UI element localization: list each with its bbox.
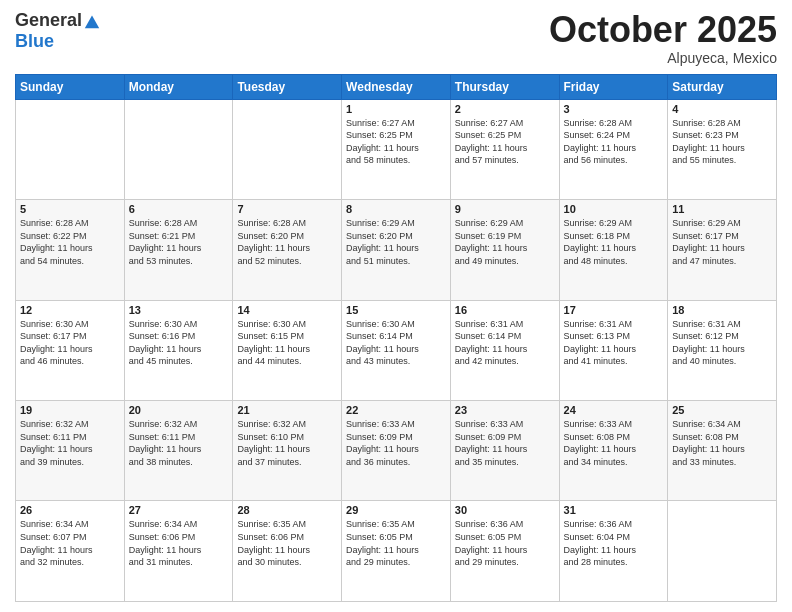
title-block: October 2025 Alpuyeca, Mexico <box>549 10 777 66</box>
location: Alpuyeca, Mexico <box>549 50 777 66</box>
month-title: October 2025 <box>549 10 777 50</box>
calendar-cell: 30Sunrise: 6:36 AMSunset: 6:05 PMDayligh… <box>450 501 559 602</box>
day-info: Sunrise: 6:32 AMSunset: 6:11 PMDaylight:… <box>129 418 229 468</box>
day-info: Sunrise: 6:33 AMSunset: 6:09 PMDaylight:… <box>455 418 555 468</box>
calendar-cell: 31Sunrise: 6:36 AMSunset: 6:04 PMDayligh… <box>559 501 668 602</box>
day-info: Sunrise: 6:33 AMSunset: 6:08 PMDaylight:… <box>564 418 664 468</box>
day-number: 31 <box>564 504 664 516</box>
day-number: 16 <box>455 304 555 316</box>
calendar-cell: 13Sunrise: 6:30 AMSunset: 6:16 PMDayligh… <box>124 300 233 400</box>
day-number: 5 <box>20 203 120 215</box>
header: General Blue October 2025 Alpuyeca, Mexi… <box>15 10 777 66</box>
day-info: Sunrise: 6:32 AMSunset: 6:11 PMDaylight:… <box>20 418 120 468</box>
calendar-cell: 8Sunrise: 6:29 AMSunset: 6:20 PMDaylight… <box>342 200 451 300</box>
day-number: 29 <box>346 504 446 516</box>
calendar-cell: 5Sunrise: 6:28 AMSunset: 6:22 PMDaylight… <box>16 200 125 300</box>
day-info: Sunrise: 6:34 AMSunset: 6:08 PMDaylight:… <box>672 418 772 468</box>
day-info: Sunrise: 6:27 AMSunset: 6:25 PMDaylight:… <box>346 117 446 167</box>
calendar-cell: 12Sunrise: 6:30 AMSunset: 6:17 PMDayligh… <box>16 300 125 400</box>
calendar-cell: 20Sunrise: 6:32 AMSunset: 6:11 PMDayligh… <box>124 401 233 501</box>
day-number: 30 <box>455 504 555 516</box>
weekday-header-row: SundayMondayTuesdayWednesdayThursdayFrid… <box>16 74 777 99</box>
calendar-cell: 2Sunrise: 6:27 AMSunset: 6:25 PMDaylight… <box>450 99 559 199</box>
week-row-4: 19Sunrise: 6:32 AMSunset: 6:11 PMDayligh… <box>16 401 777 501</box>
day-number: 17 <box>564 304 664 316</box>
day-info: Sunrise: 6:30 AMSunset: 6:15 PMDaylight:… <box>237 318 337 368</box>
weekday-header-tuesday: Tuesday <box>233 74 342 99</box>
calendar-cell: 14Sunrise: 6:30 AMSunset: 6:15 PMDayligh… <box>233 300 342 400</box>
day-number: 4 <box>672 103 772 115</box>
day-number: 15 <box>346 304 446 316</box>
calendar-cell: 10Sunrise: 6:29 AMSunset: 6:18 PMDayligh… <box>559 200 668 300</box>
weekday-header-wednesday: Wednesday <box>342 74 451 99</box>
day-info: Sunrise: 6:29 AMSunset: 6:17 PMDaylight:… <box>672 217 772 267</box>
week-row-2: 5Sunrise: 6:28 AMSunset: 6:22 PMDaylight… <box>16 200 777 300</box>
calendar-cell: 23Sunrise: 6:33 AMSunset: 6:09 PMDayligh… <box>450 401 559 501</box>
day-number: 24 <box>564 404 664 416</box>
day-info: Sunrise: 6:28 AMSunset: 6:20 PMDaylight:… <box>237 217 337 267</box>
week-row-3: 12Sunrise: 6:30 AMSunset: 6:17 PMDayligh… <box>16 300 777 400</box>
day-number: 19 <box>20 404 120 416</box>
day-info: Sunrise: 6:29 AMSunset: 6:19 PMDaylight:… <box>455 217 555 267</box>
week-row-1: 1Sunrise: 6:27 AMSunset: 6:25 PMDaylight… <box>16 99 777 199</box>
weekday-header-thursday: Thursday <box>450 74 559 99</box>
day-number: 13 <box>129 304 229 316</box>
week-row-5: 26Sunrise: 6:34 AMSunset: 6:07 PMDayligh… <box>16 501 777 602</box>
day-info: Sunrise: 6:31 AMSunset: 6:14 PMDaylight:… <box>455 318 555 368</box>
day-number: 23 <box>455 404 555 416</box>
calendar-cell <box>233 99 342 199</box>
day-number: 14 <box>237 304 337 316</box>
day-number: 1 <box>346 103 446 115</box>
logo-blue-text: Blue <box>15 31 54 52</box>
day-number: 26 <box>20 504 120 516</box>
calendar-cell: 1Sunrise: 6:27 AMSunset: 6:25 PMDaylight… <box>342 99 451 199</box>
calendar-cell: 27Sunrise: 6:34 AMSunset: 6:06 PMDayligh… <box>124 501 233 602</box>
calendar-cell: 26Sunrise: 6:34 AMSunset: 6:07 PMDayligh… <box>16 501 125 602</box>
weekday-header-sunday: Sunday <box>16 74 125 99</box>
day-number: 18 <box>672 304 772 316</box>
day-number: 2 <box>455 103 555 115</box>
day-info: Sunrise: 6:35 AMSunset: 6:06 PMDaylight:… <box>237 518 337 568</box>
day-number: 25 <box>672 404 772 416</box>
day-number: 3 <box>564 103 664 115</box>
calendar-cell <box>124 99 233 199</box>
day-info: Sunrise: 6:36 AMSunset: 6:05 PMDaylight:… <box>455 518 555 568</box>
day-info: Sunrise: 6:32 AMSunset: 6:10 PMDaylight:… <box>237 418 337 468</box>
day-info: Sunrise: 6:34 AMSunset: 6:06 PMDaylight:… <box>129 518 229 568</box>
weekday-header-monday: Monday <box>124 74 233 99</box>
calendar-cell: 4Sunrise: 6:28 AMSunset: 6:23 PMDaylight… <box>668 99 777 199</box>
day-info: Sunrise: 6:36 AMSunset: 6:04 PMDaylight:… <box>564 518 664 568</box>
weekday-header-friday: Friday <box>559 74 668 99</box>
day-number: 22 <box>346 404 446 416</box>
calendar-cell: 18Sunrise: 6:31 AMSunset: 6:12 PMDayligh… <box>668 300 777 400</box>
logo: General Blue <box>15 10 101 52</box>
calendar-cell: 19Sunrise: 6:32 AMSunset: 6:11 PMDayligh… <box>16 401 125 501</box>
logo-icon <box>83 12 101 30</box>
day-info: Sunrise: 6:35 AMSunset: 6:05 PMDaylight:… <box>346 518 446 568</box>
day-number: 27 <box>129 504 229 516</box>
day-info: Sunrise: 6:28 AMSunset: 6:22 PMDaylight:… <box>20 217 120 267</box>
logo-general-text: General <box>15 10 82 31</box>
day-number: 10 <box>564 203 664 215</box>
calendar-cell: 9Sunrise: 6:29 AMSunset: 6:19 PMDaylight… <box>450 200 559 300</box>
calendar-cell: 6Sunrise: 6:28 AMSunset: 6:21 PMDaylight… <box>124 200 233 300</box>
day-number: 11 <box>672 203 772 215</box>
calendar-cell <box>16 99 125 199</box>
weekday-header-saturday: Saturday <box>668 74 777 99</box>
day-number: 12 <box>20 304 120 316</box>
day-number: 20 <box>129 404 229 416</box>
calendar-cell: 29Sunrise: 6:35 AMSunset: 6:05 PMDayligh… <box>342 501 451 602</box>
day-info: Sunrise: 6:33 AMSunset: 6:09 PMDaylight:… <box>346 418 446 468</box>
calendar-cell: 16Sunrise: 6:31 AMSunset: 6:14 PMDayligh… <box>450 300 559 400</box>
day-number: 9 <box>455 203 555 215</box>
calendar-cell: 25Sunrise: 6:34 AMSunset: 6:08 PMDayligh… <box>668 401 777 501</box>
day-info: Sunrise: 6:34 AMSunset: 6:07 PMDaylight:… <box>20 518 120 568</box>
day-number: 28 <box>237 504 337 516</box>
calendar-cell: 7Sunrise: 6:28 AMSunset: 6:20 PMDaylight… <box>233 200 342 300</box>
day-info: Sunrise: 6:31 AMSunset: 6:13 PMDaylight:… <box>564 318 664 368</box>
svg-marker-0 <box>85 15 99 28</box>
day-info: Sunrise: 6:27 AMSunset: 6:25 PMDaylight:… <box>455 117 555 167</box>
day-number: 21 <box>237 404 337 416</box>
calendar-cell: 22Sunrise: 6:33 AMSunset: 6:09 PMDayligh… <box>342 401 451 501</box>
day-info: Sunrise: 6:29 AMSunset: 6:20 PMDaylight:… <box>346 217 446 267</box>
